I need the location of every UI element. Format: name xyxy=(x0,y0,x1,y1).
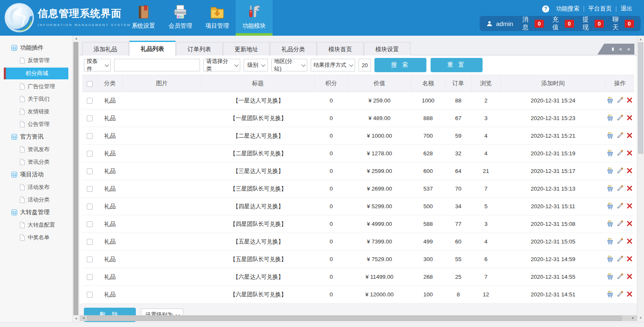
delete-icon[interactable] xyxy=(626,185,633,193)
scroll-down-icon[interactable]: ▼ xyxy=(73,316,80,322)
row-checkbox[interactable] xyxy=(87,168,93,174)
top-link[interactable]: 功能搜索 xyxy=(552,5,584,13)
title-cell[interactable]: 【五星达人可兑换】 xyxy=(201,233,314,251)
top-link[interactable]: 退出 xyxy=(616,5,636,13)
counter-badge[interactable]: 0 xyxy=(565,20,574,28)
sort-select[interactable]: 结果排序方式 xyxy=(311,59,355,71)
row-checkbox[interactable] xyxy=(87,221,93,227)
row-checkbox[interactable] xyxy=(87,151,93,157)
counter-label[interactable]: 消息 xyxy=(522,16,532,31)
row-checkbox[interactable] xyxy=(87,115,93,121)
cart-icon[interactable] xyxy=(607,290,614,299)
cart-icon[interactable] xyxy=(607,220,614,228)
sidebar-item[interactable]: 资讯发布 xyxy=(0,143,72,156)
tab-item[interactable]: 订单列表 xyxy=(176,42,223,55)
counter-label[interactable]: 提现 xyxy=(582,16,592,31)
edit-icon[interactable] xyxy=(616,238,623,246)
edit-icon[interactable] xyxy=(616,149,623,158)
search-button[interactable]: 搜 索 xyxy=(374,58,426,72)
top-link[interactable]: 平台首页 xyxy=(584,5,616,13)
cart-icon[interactable] xyxy=(607,97,614,105)
sidebar-item[interactable]: 活动分类 xyxy=(0,194,72,206)
cart-icon[interactable] xyxy=(607,273,614,281)
sidebar-item[interactable]: 关于我们 xyxy=(0,93,72,105)
row-checkbox[interactable] xyxy=(87,133,93,139)
sidebar-item[interactable]: 中奖名单 xyxy=(0,231,72,244)
delete-icon[interactable] xyxy=(626,132,633,140)
scroll-up-icon[interactable]: ▲ xyxy=(637,37,644,42)
tab-active[interactable]: 礼品列表 xyxy=(129,41,176,56)
sidebar-group[interactable]: 官方资讯 xyxy=(0,131,72,143)
sidebar-scrollbar[interactable]: ▲ ▼ xyxy=(72,36,80,322)
delete-icon[interactable] xyxy=(626,167,633,175)
cart-icon[interactable] xyxy=(607,149,614,158)
sidebar-group[interactable]: 功能插件 xyxy=(0,42,72,54)
row-checkbox[interactable] xyxy=(87,274,93,280)
edit-icon[interactable] xyxy=(616,167,623,175)
cart-icon[interactable] xyxy=(607,114,614,123)
tabs-scroll-left-icon[interactable]: « xyxy=(619,44,622,55)
delete-icon[interactable] xyxy=(626,149,633,158)
sidebar-scrollbar-thumb[interactable] xyxy=(73,42,78,315)
title-cell[interactable]: 【三星达人可兑换】 xyxy=(201,162,314,180)
sidebar-item[interactable]: 积分商城 xyxy=(4,68,68,79)
title-cell[interactable]: 【二星团队长可兑换】 xyxy=(201,145,314,162)
title-cell[interactable]: 【四星达人可兑换】 xyxy=(201,198,314,215)
delete-icon[interactable] xyxy=(626,255,633,264)
counter-badge[interactable]: 0 xyxy=(595,20,604,28)
row-checkbox[interactable] xyxy=(87,239,93,245)
cart-icon[interactable] xyxy=(607,238,614,246)
tab-item[interactable]: 更新地址 xyxy=(223,42,270,55)
user-name[interactable]: admin xyxy=(496,20,513,27)
cart-icon[interactable] xyxy=(607,255,614,264)
row-checkbox[interactable] xyxy=(87,292,93,298)
tab-item[interactable]: 模块首页 xyxy=(317,42,364,55)
sidebar-item[interactable]: 资讯分类 xyxy=(0,156,72,168)
sidebar-item[interactable]: 友情链接 xyxy=(0,105,72,118)
horizontal-scrollbar-thumb[interactable] xyxy=(87,316,622,321)
edit-icon[interactable] xyxy=(616,132,623,140)
nav-item[interactable]: 功能模块 xyxy=(236,0,273,36)
title-cell[interactable]: 【六星达人可兑换】 xyxy=(201,268,314,286)
counter-badge[interactable]: 0 xyxy=(535,20,544,28)
region-select[interactable]: 地区(分站) xyxy=(271,59,307,71)
condition-select[interactable]: 按条件 xyxy=(84,59,111,71)
nav-item[interactable]: 系统设置 xyxy=(125,0,162,36)
sidebar-item[interactable]: 公告管理 xyxy=(0,118,72,131)
edit-icon[interactable] xyxy=(616,273,623,281)
delete-icon[interactable] xyxy=(626,290,633,299)
sidebar-item[interactable]: 活动发布 xyxy=(0,181,72,194)
edit-icon[interactable] xyxy=(616,114,623,123)
nav-item[interactable]: 项目管理 xyxy=(199,0,236,36)
keyword-input[interactable] xyxy=(114,59,200,71)
sidebar-item[interactable]: 大转盘配置 xyxy=(0,219,72,231)
tab-item[interactable]: 添加礼品 xyxy=(82,42,129,55)
select-all-checkbox[interactable] xyxy=(87,81,93,87)
cart-icon[interactable] xyxy=(607,132,614,140)
row-checkbox[interactable] xyxy=(87,256,93,262)
sidebar-item[interactable]: 反馈管理 xyxy=(0,54,72,67)
sidebar-item[interactable]: 广告位管理 xyxy=(0,80,72,93)
title-cell[interactable]: 【六星团队长可兑换】 xyxy=(201,286,314,303)
edit-icon[interactable] xyxy=(616,202,623,211)
page-scrollbar-thumb[interactable] xyxy=(638,42,643,154)
page-scrollbar[interactable]: ▲ ▼ xyxy=(637,36,644,322)
title-cell[interactable]: 【一星达人可兑换】 xyxy=(201,92,314,110)
sidebar-group[interactable]: 项目活动 xyxy=(0,168,72,181)
reset-button[interactable]: 重 置 xyxy=(431,58,483,72)
scroll-down-icon[interactable]: ▼ xyxy=(637,315,644,321)
edit-icon[interactable] xyxy=(616,255,623,264)
page-size-input[interactable] xyxy=(358,59,371,71)
cart-icon[interactable] xyxy=(607,167,614,175)
delete-icon[interactable] xyxy=(626,114,633,123)
category-select[interactable]: 请选择分类 xyxy=(203,59,240,71)
nav-item[interactable]: 会员管理 xyxy=(162,0,199,36)
counter-label[interactable]: 充值 xyxy=(552,16,562,31)
edit-icon[interactable] xyxy=(616,290,623,299)
pin-icon[interactable]: ▮ xyxy=(612,44,614,55)
horizontal-scrollbar[interactable]: ◄ ► xyxy=(80,315,637,321)
title-cell[interactable]: 【四星团队长可兑换】 xyxy=(201,215,314,233)
title-cell[interactable]: 【二星达人可兑换】 xyxy=(201,127,314,145)
delete-icon[interactable] xyxy=(626,220,633,228)
title-cell[interactable]: 【五星团队长可兑换】 xyxy=(201,251,314,268)
